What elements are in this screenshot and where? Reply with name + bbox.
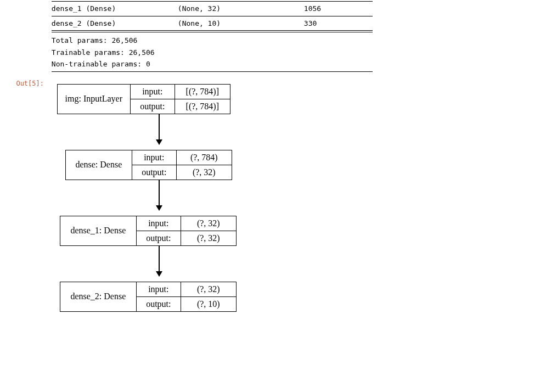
io-input-value: (?, 32): [181, 282, 236, 296]
layer-name-label: img: InputLayer: [58, 85, 131, 114]
io-output-label: output:: [131, 99, 175, 114]
layer-node-dense1: dense_1: Dense input: (?, 32) output: (?…: [60, 216, 237, 246]
io-input-label: input:: [132, 150, 177, 165]
io-output-value: (?, 32): [181, 231, 236, 245]
io-output-value: (?, 10): [181, 297, 236, 311]
io-input-label: input:: [137, 282, 181, 296]
summary-total: Non-trainable params: 0: [52, 59, 373, 69]
io-input-value: (?, 784): [177, 150, 232, 165]
layer-name-label: dense_2: Dense: [60, 282, 137, 311]
layer-name-label: dense: Dense: [66, 150, 132, 180]
layer-name-label: dense_1: Dense: [60, 216, 137, 245]
diagram-arrow: [159, 246, 160, 276]
diagram-arrow: [159, 180, 160, 210]
io-input-value: (?, 32): [181, 216, 236, 231]
io-input-label: input:: [137, 216, 181, 231]
io-output-value: (?, 32): [177, 165, 232, 180]
io-input-value: [(?, 784)]: [175, 85, 230, 99]
io-output-label: output:: [137, 231, 181, 245]
io-input-label: input:: [131, 85, 175, 99]
summary-divider-double: [52, 30, 373, 32]
diagram-arrow: [159, 114, 160, 144]
summary-divider: [52, 16, 373, 16]
summary-divider: [52, 71, 373, 72]
summary-divider: [52, 1, 373, 2]
io-output-label: output:: [137, 297, 181, 311]
layer-node-dense2: dense_2: Dense input: (?, 32) output: (?…: [60, 282, 237, 312]
summary-row: dense_2 (Dense)(None, 10)330: [52, 19, 373, 29]
model-graph-diagram: img: InputLayer input: [(?, 784)] output…: [52, 84, 545, 364]
layer-node-dense: dense: Dense input: (?, 784) output: (?,…: [65, 150, 232, 180]
summary-total: Trainable params: 26,506: [52, 48, 373, 58]
model-summary-block: dense_1 (Dense)(None, 32)1056 dense_2 (D…: [52, 1, 373, 72]
layer-node-img: img: InputLayer input: [(?, 784)] output…: [57, 84, 230, 114]
summary-row: dense_1 (Dense)(None, 32)1056: [52, 4, 373, 14]
output-prompt: Out[5]:: [0, 80, 47, 87]
io-output-label: output:: [132, 165, 177, 180]
summary-total: Total params: 26,506: [52, 36, 373, 46]
io-output-value: [(?, 784)]: [175, 99, 230, 114]
